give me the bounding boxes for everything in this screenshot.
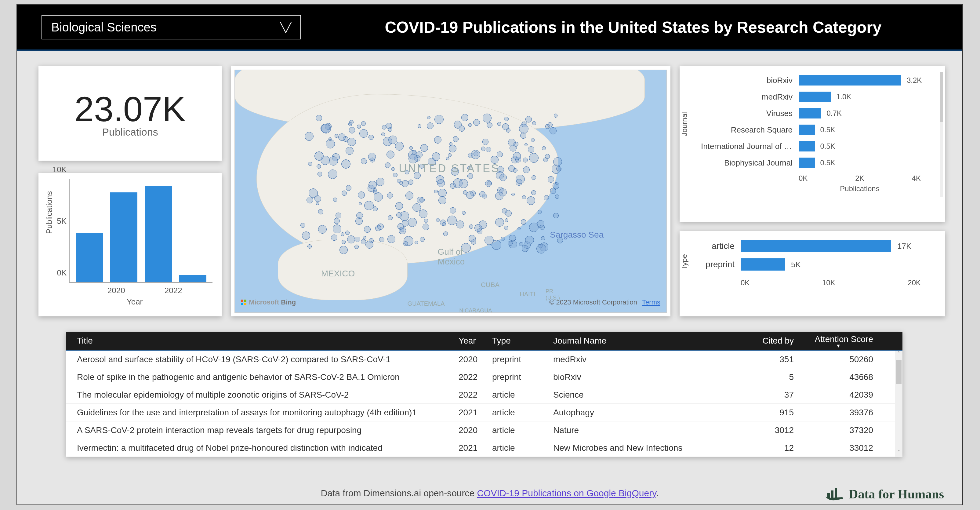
map-point[interactable] <box>481 147 486 151</box>
bar[interactable] <box>799 124 815 135</box>
map-point[interactable] <box>532 121 536 125</box>
table-row[interactable]: Role of spike in the pathogenic and anti… <box>66 368 902 386</box>
map-point[interactable] <box>331 234 337 241</box>
map-point[interactable] <box>364 201 374 210</box>
footer-source-link[interactable]: COVID-19 Publications on Google BigQuery <box>477 488 656 498</box>
map-point[interactable] <box>537 220 544 228</box>
map-point[interactable] <box>395 202 403 210</box>
map-point[interactable] <box>387 151 395 158</box>
map-point[interactable] <box>318 172 322 176</box>
scroll-down-icon[interactable]: ˅ <box>895 449 902 457</box>
year-chart[interactable]: Publications 0K 5K 10K 20202022 Year <box>38 173 222 316</box>
map-point[interactable] <box>505 210 511 217</box>
map-point[interactable] <box>308 162 312 166</box>
map-point[interactable] <box>368 153 376 160</box>
map-point[interactable] <box>341 233 344 236</box>
map-point[interactable] <box>525 116 531 122</box>
col-title[interactable]: Title <box>72 336 454 346</box>
type-chart[interactable]: Type article17Kpreprint5K 0K 10K 20K <box>679 231 945 316</box>
map-point[interactable] <box>356 212 363 219</box>
journal-chart[interactable]: Journal bioRxiv3.2KmedRxiv1.0KViruses0.7… <box>679 66 945 222</box>
publications-table[interactable]: Title Year Type Journal Name Cited by At… <box>66 332 902 457</box>
map-point[interactable] <box>418 124 421 128</box>
map-point[interactable] <box>523 158 528 163</box>
map-point[interactable] <box>302 231 310 240</box>
map-point[interactable] <box>412 150 417 155</box>
col-type[interactable]: Type <box>487 336 548 346</box>
map-point[interactable] <box>383 137 392 146</box>
map-point[interactable] <box>511 193 515 196</box>
map-point[interactable] <box>459 126 465 132</box>
map-point[interactable] <box>342 240 346 244</box>
map-point[interactable] <box>479 191 485 197</box>
map-point[interactable] <box>540 242 549 251</box>
col-year[interactable]: Year <box>454 336 487 346</box>
category-dropdown[interactable]: Biological Sciences ╲╱ <box>41 15 301 40</box>
table-row[interactable]: The molecular epidemiology of multiple z… <box>66 386 902 404</box>
bar[interactable] <box>799 158 815 168</box>
map-point[interactable] <box>375 225 381 231</box>
map-point[interactable] <box>334 218 339 224</box>
map-point[interactable] <box>382 125 387 129</box>
map-point[interactable] <box>434 136 441 143</box>
map-point[interactable] <box>522 121 527 128</box>
map-point[interactable] <box>487 123 492 128</box>
map-point[interactable] <box>333 225 342 233</box>
scrollbar-thumb[interactable] <box>940 72 943 122</box>
map-point[interactable] <box>513 152 521 160</box>
map-point[interactable] <box>355 245 359 249</box>
map-point[interactable] <box>333 198 337 202</box>
map-point[interactable] <box>544 195 549 200</box>
map-point[interactable] <box>412 203 421 212</box>
bar[interactable] <box>799 141 815 151</box>
map-point[interactable] <box>321 156 330 165</box>
map-point[interactable] <box>301 223 305 228</box>
map-point[interactable] <box>393 173 398 177</box>
map-point[interactable] <box>505 218 508 222</box>
map-point[interactable] <box>508 241 512 246</box>
map-point[interactable] <box>531 175 536 180</box>
map-point[interactable] <box>415 241 418 244</box>
bar[interactable] <box>76 233 103 282</box>
map-point[interactable] <box>376 178 384 186</box>
map-point[interactable] <box>469 235 476 242</box>
map-point[interactable] <box>399 181 403 185</box>
map-point[interactable] <box>523 166 530 173</box>
map-point[interactable] <box>355 237 360 242</box>
map-point[interactable] <box>347 138 356 146</box>
map-point[interactable] <box>329 156 338 166</box>
map-point[interactable] <box>387 235 395 243</box>
bar[interactable] <box>799 75 901 86</box>
table-row[interactable]: Aerosol and surface stability of HCoV-19… <box>66 351 902 368</box>
bar[interactable] <box>179 275 206 282</box>
map-point[interactable] <box>335 134 338 138</box>
map-point[interactable] <box>317 164 321 169</box>
map-point[interactable] <box>486 147 491 152</box>
map-point[interactable] <box>316 202 319 205</box>
map-card[interactable]: UNITED STATES MEXICO Gulf of Mexico Sarg… <box>231 66 670 316</box>
map-point[interactable] <box>519 242 523 246</box>
map-point[interactable] <box>345 147 353 155</box>
scrollbar-thumb[interactable] <box>896 360 902 384</box>
kpi-card[interactable]: 23.07K Publications <box>38 66 222 161</box>
map-point[interactable] <box>553 157 562 166</box>
map-point[interactable] <box>482 139 489 145</box>
map-point[interactable] <box>348 122 352 126</box>
map-point[interactable] <box>473 119 480 126</box>
map-point[interactable] <box>538 210 542 214</box>
map-point[interactable] <box>531 138 535 142</box>
map-point[interactable] <box>427 116 431 120</box>
map-point[interactable] <box>485 180 492 187</box>
map-point[interactable] <box>517 227 520 230</box>
map-point[interactable] <box>462 211 466 215</box>
map-point[interactable] <box>361 239 366 244</box>
map-point[interactable] <box>483 113 491 122</box>
map-point[interactable] <box>497 151 503 157</box>
bar[interactable] <box>110 193 137 282</box>
map-point[interactable] <box>502 123 509 130</box>
map-point[interactable] <box>368 185 375 192</box>
map-point[interactable] <box>374 193 383 202</box>
map-point[interactable] <box>515 175 525 184</box>
map-point[interactable] <box>456 220 464 228</box>
map-point[interactable] <box>369 135 373 140</box>
